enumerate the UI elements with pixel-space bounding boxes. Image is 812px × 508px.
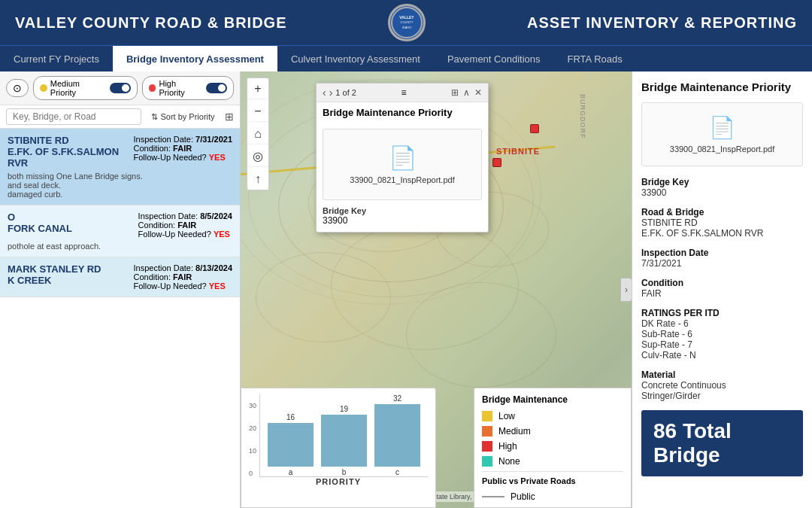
report-file-icon: 📄 [709,115,735,140]
bridge-card-2-name: O FORK CANAL [8,211,131,234]
bridge-card-3-meta: Inspection Date: 8/13/2024 Condition: FA… [134,263,233,291]
compass-button[interactable]: ◎ [247,146,268,167]
svg-text:IDAHO: IDAHO [402,26,412,29]
nav-item-pavement[interactable]: Pavement Conditions [434,46,554,71]
nav-item-current-fy[interactable]: Current FY Projects [0,46,113,71]
detail-bridge-key: Bridge Key 33900 [641,177,803,198]
nav-item-bridge-inventory[interactable]: Bridge Inventory Assessment [113,46,277,71]
medium-priority-toggle[interactable] [110,83,131,93]
high-priority-dot [149,84,156,92]
header-right-title: ASSET INVENTORY & REPORTING [527,14,797,32]
popup-maximize-button[interactable]: ⊞ [451,87,459,98]
detail-ratings-value: DK Rate - 6Sub-Rate - 6Sup-Rate - 7Culv-… [641,318,803,360]
detail-inspection-date-label: Inspection Date [641,248,803,258]
search-input[interactable] [6,108,141,125]
popup-list-icon-area: ≡ [401,87,406,98]
detail-road-bridge: Road & Bridge STIBNITE RDE.FK. OF S.FK.S… [641,207,803,239]
detail-ratings-label: RATINGS PER ITD [641,308,803,318]
detail-inspection-date: Inspection Date 7/31/2021 [641,248,803,269]
legend-color-high [482,441,492,452]
legend-public-item: Public [482,491,623,502]
home-button[interactable]: ⌂ [247,123,268,144]
detail-road-bridge-value: STIBNITE RDE.FK. OF S.FK.SALMON RVR [641,217,803,239]
popup-actions: ⊞ ∧ ✕ [451,87,482,98]
map-road-label-vertical: BURGDORF [579,94,586,139]
detail-material: Material Concrete ContinuousStringer/Gir… [641,370,803,401]
popup-next-button[interactable]: › [329,87,333,99]
right-panel: Bridge Maintenance Priority 📄 33900_0821… [632,71,812,508]
detail-road-bridge-label: Road & Bridge [641,207,803,217]
popup-expand-button[interactable]: ∧ [463,87,470,98]
popup-list-icon: ≡ [401,87,406,98]
bridge-card-2-info: O FORK CANAL [8,211,131,239]
map-marker-red-5[interactable] [530,124,539,133]
sort-button[interactable]: ⇅ Sort by Priority [151,112,214,122]
north-arrow: ↑ [247,169,268,190]
sort-icon: ⇅ [151,112,158,122]
popup-prev-button[interactable]: ‹ [323,87,326,99]
medium-priority-label: Medium Priority [50,79,107,97]
nav-item-frta[interactable]: FRTA Roads [554,46,636,71]
popup-file-name: 33900_0821_InspReport.pdf [350,175,454,184]
bridge-card-3-header: MARK STANLEY RD K CREEK Inspection Date:… [8,263,232,291]
bridge-card-3-name: MARK STANLEY RD K CREEK [8,263,126,286]
filter-high-priority[interactable]: High Priority [142,76,234,100]
zoom-out-button[interactable]: − [247,101,268,122]
map-area[interactable]: Van Meter Bald Hill STIBNITE Yellow Pine… [241,71,632,508]
legend-item-none: None [482,456,623,467]
popup-counter: 1 of 2 [335,88,356,97]
chart-y-axis: 30 20 10 0 [249,402,259,477]
bridge-card-2-header: O FORK CANAL Inspection Date: 8/5/2024 C… [8,211,232,239]
sort-label: Sort by Priority [160,112,214,121]
zoom-in-button[interactable]: + [247,78,268,99]
detail-material-label: Material [641,370,803,380]
chart-title: PRIORITY [249,477,428,486]
bridge-card-3[interactable]: MARK STANLEY RD K CREEK Inspection Date:… [0,257,240,297]
total-bridge-count: 86 Total Bridge [641,410,803,476]
popup-body: 📄 33900_0821_InspReport.pdf Bridge Key 3… [317,123,488,232]
legend-title: Bridge Maintenance [482,394,623,405]
popup-file-preview[interactable]: 📄 33900_0821_InspReport.pdf [323,129,482,200]
map-toolbar: + − ⌂ ◎ ↑ [247,78,269,190]
legend-label-none: None [498,456,520,467]
legend-label-low: Low [498,411,515,421]
bridge-card-1-meta: Inspection Date: 7/31/2021 Condition: FA… [134,135,233,169]
right-panel-collapse-button[interactable]: › [620,278,632,302]
bar-a: 16 a [268,394,314,476]
popup-title: Bridge Maintenance Priority [317,102,488,123]
popup-close-button[interactable]: ✕ [474,87,482,98]
navigation-bar: Current FY Projects Bridge Inventory Ass… [0,45,812,71]
grid-view-button[interactable]: ⊞ [225,111,234,123]
chart-area: 30 20 10 0 16 a 19 b [241,388,436,508]
filter-medium-priority[interactable]: Medium Priority [33,76,138,100]
high-priority-label: High Priority [159,79,203,97]
bridge-card-1-notes: both missing One Lane Bridge signs.and s… [8,172,232,199]
legend-item-low: Low [482,411,623,421]
svg-text:COUNTY: COUNTY [401,20,414,24]
popup-bridge-key-value: 33900 [323,215,482,226]
high-priority-toggle[interactable] [206,83,227,93]
chart-bars: 16 a 19 b 32 c [259,394,428,477]
popup-bridge-key-label: Bridge Key [323,206,482,215]
bar-b: 19 b [321,394,367,476]
county-logo: VALLEY COUNTY IDAHO [388,4,426,41]
legend-area: Bridge Maintenance Low Medium High None … [474,388,632,508]
report-file-box[interactable]: 📄 33900_0821_InspReport.pdf [641,102,803,166]
nav-item-culvert-inventory[interactable]: Culvert Inventory Assessment [277,46,434,71]
popup-bridge-key-field: Bridge Key 33900 [323,206,482,226]
filter-toggle-all[interactable]: ⊙ [6,79,29,97]
map-marker-red-1[interactable] [492,158,501,167]
medium-priority-dot [40,84,47,92]
legend-item-medium: Medium [482,426,623,437]
svg-text:VALLEY: VALLEY [400,15,415,20]
bridge-card-2[interactable]: O FORK CANAL Inspection Date: 8/5/2024 C… [0,205,240,257]
legend-color-low [482,411,492,421]
right-panel-title: Bridge Maintenance Priority [641,81,803,93]
legend-public-label: Public [511,491,535,502]
bridge-card-1[interactable]: STIBNITE RD E.FK. OF S.FK.SALMON RVR Ins… [0,129,240,205]
legend-color-none [482,456,492,467]
detail-ratings: RATINGS PER ITD DK Rate - 6Sub-Rate - 6S… [641,308,803,360]
filter-bar: ⊙ Medium Priority High Priority [0,71,240,105]
header-logo-area: VALLEY COUNTY IDAHO [388,4,426,41]
bridge-card-1-header: STIBNITE RD E.FK. OF S.FK.SALMON RVR Ins… [8,135,232,169]
